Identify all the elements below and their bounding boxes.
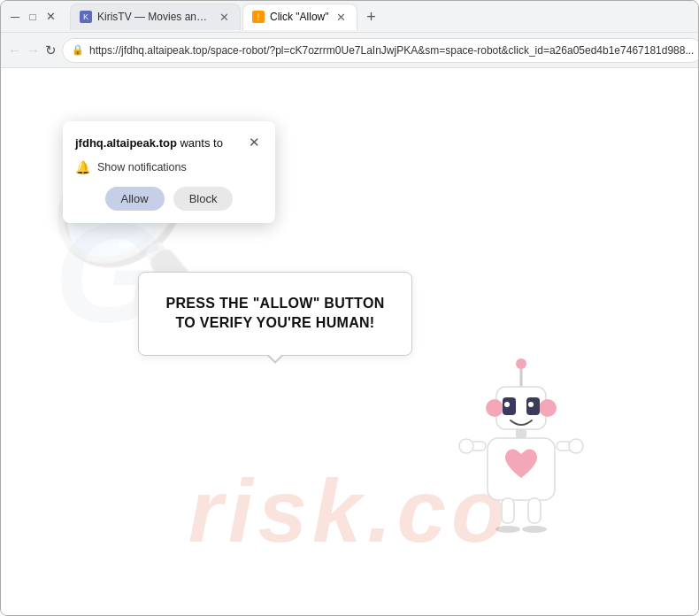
maximize-button[interactable]: □ — [26, 10, 40, 24]
robot-svg — [450, 358, 592, 544]
svg-rect-16 — [528, 498, 541, 523]
wants-to-text: wants to — [180, 136, 222, 150]
notification-popup: jfdhq.altaipeak.top wants to ✕ 🔔 Show no… — [63, 121, 275, 223]
minimize-button[interactable]: ─ — [8, 10, 22, 24]
allow-button[interactable]: Allow — [105, 187, 165, 211]
tab-2-favicon: ! — [252, 11, 265, 23]
svg-point-7 — [504, 402, 510, 407]
svg-point-17 — [495, 526, 520, 533]
notification-text: Show notifications — [97, 161, 187, 173]
reload-button[interactable]: ↻ — [45, 38, 57, 63]
svg-rect-15 — [502, 498, 514, 523]
back-icon: ← — [8, 42, 21, 58]
forward-icon: → — [27, 42, 40, 58]
message-text: PRESS THE "ALLOW" BUTTON TO VERIFY YOU'R… — [166, 296, 385, 330]
svg-point-8 — [528, 402, 534, 407]
tab-1-favicon: K — [80, 11, 92, 23]
svg-rect-5 — [503, 397, 516, 415]
svg-point-1 — [516, 358, 526, 369]
tab-1[interactable]: K KirisTV — Movies and Series D... ✕ — [70, 4, 241, 30]
svg-rect-9 — [516, 429, 526, 438]
svg-point-4 — [539, 399, 557, 417]
title-bar: ─ □ ✕ K KirisTV — Movies and Series D...… — [1, 1, 698, 33]
reload-icon: ↻ — [45, 42, 57, 58]
forward-button[interactable]: → — [27, 38, 40, 63]
close-button[interactable]: ✕ — [43, 10, 58, 24]
address-bar[interactable]: 🔒 https://jfdhq.altaipeak.top/space-robo… — [62, 38, 699, 63]
popup-header: jfdhq.altaipeak.top wants to ✕ — [75, 134, 263, 151]
tab-2[interactable]: ! Click "Allow" ✕ — [242, 4, 357, 30]
svg-point-14 — [569, 439, 583, 453]
window-controls: ─ □ ✕ — [8, 10, 58, 24]
svg-point-18 — [522, 526, 547, 533]
popup-notification-row: 🔔 Show notifications — [75, 160, 263, 174]
tab-1-title: KirisTV — Movies and Series D... — [97, 11, 212, 23]
lock-icon: 🔒 — [72, 44, 84, 56]
tabs-row: K KirisTV — Movies and Series D... ✕ ! C… — [66, 4, 691, 30]
tab-1-close[interactable]: ✕ — [218, 11, 231, 24]
domain-text: jfdhq.altaipeak.top — [75, 136, 177, 150]
popup-domain: jfdhq.altaipeak.top wants to — [75, 136, 223, 150]
new-tab-button[interactable]: + — [359, 5, 384, 30]
svg-rect-6 — [526, 397, 540, 415]
robot-illustration — [450, 358, 592, 544]
back-button[interactable]: ← — [8, 38, 21, 63]
page-content: 🔍 G risk.co jfdhq.altaipeak.top wants to… — [1, 68, 698, 615]
popup-actions: Allow Block — [75, 187, 263, 211]
toolbar: ← → ↻ 🔒 https://jfdhq.altaipeak.top/spac… — [1, 33, 698, 68]
address-text: https://jfdhq.altaipeak.top/space-robot/… — [89, 44, 694, 57]
tab-2-title: Click "Allow" — [270, 11, 329, 23]
block-button[interactable]: Block — [173, 187, 234, 211]
browser-window: ─ □ ✕ K KirisTV — Movies and Series D...… — [0, 0, 699, 616]
popup-close-button[interactable]: ✕ — [245, 134, 263, 151]
svg-point-3 — [486, 399, 503, 417]
message-bubble: PRESS THE "ALLOW" BUTTON TO VERIFY YOU'R… — [138, 272, 412, 356]
svg-point-12 — [459, 439, 473, 453]
bell-icon: 🔔 — [75, 160, 90, 174]
tab-2-close[interactable]: ✕ — [334, 11, 348, 24]
